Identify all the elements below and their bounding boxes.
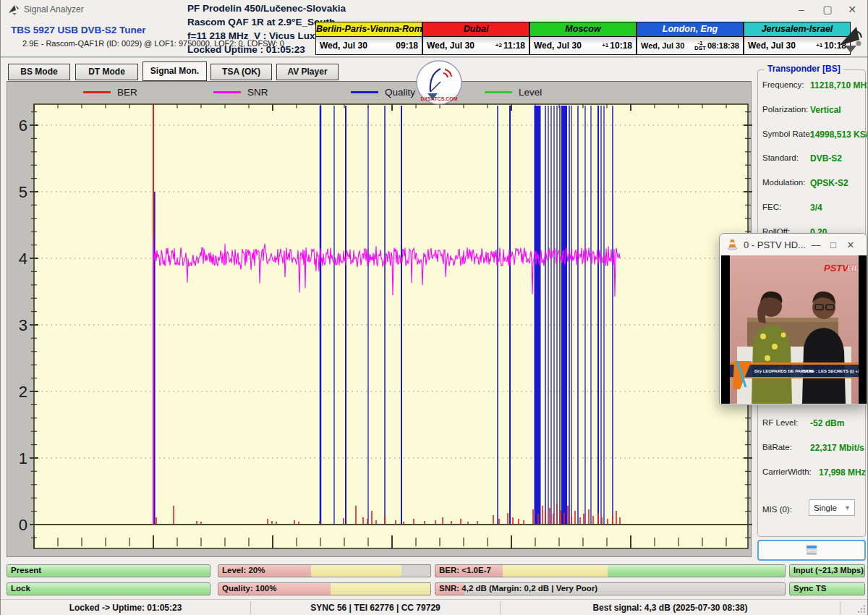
clock-city: Berlin-Paris-Vienna-Roma xyxy=(316,22,422,37)
signal-chart-panel: BER SNR Quality Level 0123456 xyxy=(7,81,752,557)
svg-text:DXSATCS.COM: DXSATCS.COM xyxy=(420,96,457,101)
svg-text:5: 5 xyxy=(19,183,27,201)
mis-label: MIS (0): xyxy=(762,505,792,514)
status-uptime: Locked -> Uptime: 01:05:23 xyxy=(1,603,250,613)
svg-text:1: 1 xyxy=(19,449,27,467)
tab-tsa[interactable]: TSA (OK) xyxy=(210,64,272,80)
minimize-button[interactable]: – xyxy=(789,0,814,19)
param-modulation: Modulation:QPSK-S2 xyxy=(762,178,864,190)
param-fec: FEC:3/4 xyxy=(762,203,864,214)
param-standard: Standard:DVB-S2 xyxy=(762,153,864,165)
vlc-minimize-button[interactable]: — xyxy=(807,239,825,250)
param-polarization: Polarization:Vertical xyxy=(762,105,864,116)
clock-city: Dubai xyxy=(423,22,529,37)
snr-bar: SNR: 4,2 dB (Margin: 0,2 dB | Very Poor) xyxy=(435,582,786,595)
ber-bar: BER: <1.0E-7 xyxy=(435,564,786,577)
svg-text:PSTV: PSTV xyxy=(824,263,849,273)
vlc-player-window[interactable]: 0 - PSTV HD... — □ ✕ xyxy=(719,233,867,405)
vlc-video-area[interactable]: PSTV HD Dry LEOPARDS DE PAPSON DANS : LE… xyxy=(721,255,867,404)
signal-chart: 0123456 xyxy=(7,82,752,558)
vlc-close-button[interactable]: ✕ xyxy=(842,239,859,250)
vlc-cone-icon xyxy=(727,239,738,250)
tuner-title: TBS 5927 USB DVB-S2 Tuner xyxy=(11,25,146,35)
lock-indicator: Lock xyxy=(7,582,210,595)
satellite-dish-icon xyxy=(835,24,865,54)
resize-grip[interactable] xyxy=(857,604,867,614)
world-clock-moscow: Moscow Wed, Jul 30 +1 10:18 xyxy=(529,22,637,55)
tab-dt-mode[interactable]: DT Mode xyxy=(75,64,138,80)
tab-signal-mon[interactable]: Signal Mon. xyxy=(142,62,207,81)
svg-text:HD: HD xyxy=(847,263,859,273)
mis-dropdown[interactable]: Single ▼ xyxy=(809,499,855,516)
world-clock-london: London, Eng Wed, Jul 30 -1DST 08:18:38 xyxy=(637,22,744,55)
tab-av-player[interactable]: AV Player xyxy=(276,64,339,80)
svg-text:0: 0 xyxy=(19,516,27,534)
world-clock-berlin: Berlin-Paris-Vienna-Roma Wed, Jul 30 09:… xyxy=(315,22,422,55)
present-indicator: Present xyxy=(7,564,210,577)
status-divider xyxy=(840,601,841,614)
param-bitrate: BitRate:22,317 Mbit/s xyxy=(762,443,864,454)
param-carrier-width: CarrierWidth:17,998 MHz xyxy=(762,467,864,479)
world-clock-dubai: Dubai Wed, Jul 30 +2 11:18 xyxy=(422,22,529,55)
param-rf-level: RF Level:-52 dBm xyxy=(762,418,864,430)
svg-text:2: 2 xyxy=(19,383,27,401)
status-sync-counters: SYNC 56 | TEI 62776 | CC 79729 xyxy=(251,603,500,613)
vlc-window-title: 0 - PSTV HD... xyxy=(744,239,806,250)
window-title: Signal Analyzer xyxy=(24,4,84,14)
param-symbol-rate: Symbol Rate:14998,513 KS/s xyxy=(762,130,864,141)
svg-text:4: 4 xyxy=(19,250,27,268)
dxsatcs-logo: DXSATCS.COM xyxy=(416,60,462,105)
site-info-line: PF Prodelin 450/Lučenec-Slovakia xyxy=(187,1,375,15)
level-bar: Level: 20% xyxy=(218,564,431,577)
svg-text:DANS : LES SECRETS ((( +243820: DANS : LES SECRETS ((( +243820270247 xyxy=(802,369,859,373)
transponder-title: Transponder [BS] xyxy=(765,64,843,74)
vlc-maximize-button[interactable]: □ xyxy=(825,239,842,250)
header-divider xyxy=(1,56,868,58)
status-best-signal: Best signal: 4,3 dB (2025-07-30 08:38) xyxy=(501,603,840,613)
video-frame: PSTV HD Dry LEOPARDS DE PAPSON DANS : LE… xyxy=(730,255,859,404)
titlebar: Signal Analyzer – ▢ ✕ xyxy=(1,0,868,19)
clock-city: Moscow xyxy=(530,22,636,37)
tab-bs-mode[interactable]: BS Mode xyxy=(8,64,70,80)
chevron-down-icon: ▼ xyxy=(844,504,851,512)
quality-bar: Quality: 100% xyxy=(218,582,431,595)
stream-record-button[interactable] xyxy=(757,540,866,561)
clock-city: London, Eng xyxy=(637,22,743,37)
sync-ts-indicator: Sync TS xyxy=(789,582,865,595)
status-bar: Locked -> Uptime: 01:05:23 SYNC 56 | TEI… xyxy=(1,599,868,615)
svg-text:6: 6 xyxy=(19,116,27,135)
svg-text:3: 3 xyxy=(19,316,27,334)
app-icon xyxy=(7,4,20,16)
vlc-titlebar[interactable]: 0 - PSTV HD... — □ ✕ xyxy=(720,234,867,255)
maximize-button[interactable]: ▢ xyxy=(815,0,840,19)
close-button[interactable]: ✕ xyxy=(840,0,864,19)
disk-stack-icon xyxy=(805,545,818,556)
input-indicator: Input (~21,3 Mbps) xyxy=(789,564,865,577)
param-frequency: Frequency:11218,710 MHz xyxy=(762,80,864,92)
